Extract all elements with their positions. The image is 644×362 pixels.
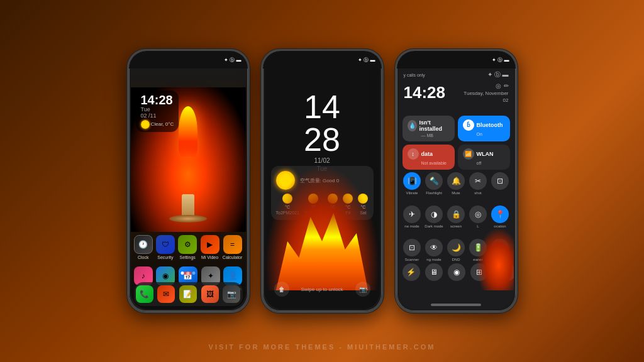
mivideo-icon[interactable]: ▶ <box>201 235 219 254</box>
dock-camera[interactable]: 📷 <box>223 285 240 303</box>
settings-icon[interactable]: ⚙ <box>178 235 197 254</box>
clock-icon[interactable]: 🕐 <box>134 235 153 254</box>
cc-edit-icon[interactable]: ✏ <box>504 82 509 89</box>
cc-tile-wlan[interactable]: 📶 WLAN off <box>458 145 510 170</box>
cc-date-line2: 02 <box>503 97 509 103</box>
volume-down-button[interactable] <box>127 120 128 142</box>
status-icons-3: ✦ ⓑ ▬ <box>492 57 509 63</box>
volume-up-button[interactable] <box>127 92 128 114</box>
quick-airplane[interactable]: ✈ ne mode <box>402 206 422 228</box>
location-icon[interactable]: 📍 <box>491 206 509 223</box>
quick-brightness[interactable]: ◎ L <box>469 206 488 228</box>
lockscreen-hour1: 14 <box>265 90 380 123</box>
tile-wlan-title: WLAN <box>477 151 494 157</box>
watermark-text: VISIT FOR MORE THEMES - MIUITHEMER.COM <box>209 343 436 351</box>
dock-gallery[interactable]: 🖼 <box>201 285 219 303</box>
quick-sc[interactable]: ⊡ <box>491 172 510 195</box>
mobile-data-icon: ↕ <box>408 148 419 160</box>
dnd-icon[interactable]: 🌙 <box>447 239 465 256</box>
vibrate-label: Vibrate <box>406 191 418 195</box>
bluetooth-icon: ɓ <box>463 119 474 131</box>
dock-phone[interactable]: 📞 <box>136 285 153 303</box>
power-button[interactable] <box>248 101 250 133</box>
dot-3 <box>192 272 196 275</box>
quick-cast[interactable]: ◉ <box>448 263 465 281</box>
cast-icon[interactable]: ◉ <box>448 263 465 281</box>
cc-tile-bluetooth[interactable]: ɓ Bluetooth On <box>458 116 510 141</box>
app-security[interactable]: 🛡 Security <box>156 235 175 260</box>
app-dock: 📞 ✉ 📝 🖼 📷 <box>134 282 243 306</box>
quick-mute[interactable]: 🔔 Mute <box>447 172 466 195</box>
mail-icon[interactable]: ✉ <box>157 285 175 303</box>
cc-tile-mobile-data[interactable]: ↕ data Not available <box>402 145 455 170</box>
vibrate-icon[interactable]: 📳 <box>403 172 421 190</box>
dock-note[interactable]: 📝 <box>179 285 197 303</box>
lockscreen-icon[interactable]: 🔒 <box>447 206 465 223</box>
vol-up-3[interactable] <box>395 92 396 114</box>
app-mivideo[interactable]: ▶ Mi Video <box>201 235 219 260</box>
quick-reading[interactable]: 👁 ng mode <box>425 239 444 261</box>
airplane-label: ne mode <box>404 224 419 228</box>
calls-only-text: y calls only <box>404 73 425 77</box>
lock-screen: 14 28 11/02 Tue 空气质量: Good 0 °C To2PM202… <box>265 69 380 309</box>
camera-icon[interactable]: 📷 <box>223 285 240 303</box>
gallery-icon[interactable]: 🖼 <box>201 285 219 303</box>
reading-icon[interactable]: 👁 <box>425 239 443 256</box>
airplane-icon[interactable]: ✈ <box>403 206 421 223</box>
mivideo-label: Mi Video <box>201 255 218 260</box>
wax-pool <box>169 215 207 222</box>
quick-darkmode[interactable]: ◑ Dark mode <box>425 206 444 228</box>
vol-down-2[interactable] <box>261 120 262 142</box>
cc-quick-row-1: 📳 Vibrate 🔦 Flashlight 🔔 Mute ✂ shot ⊡ <box>402 172 510 195</box>
app-clock[interactable]: 🕐 Clock <box>134 235 153 260</box>
vol-up-2[interactable] <box>261 92 262 114</box>
lockscreen-bottom: 🗑 Swipe up to unlock 📷 <box>265 282 380 297</box>
settings-label: Settings <box>180 255 196 260</box>
tile-header-3: 📶 WLAN <box>463 148 505 160</box>
quick-location[interactable]: 📍 ocation <box>491 206 510 228</box>
security-label: Security <box>157 255 173 260</box>
lockscreen-flame <box>265 165 380 290</box>
tile-data-icon: 💧 <box>408 120 417 131</box>
security-icon[interactable]: 🛡 <box>156 235 175 254</box>
quick-screenshot[interactable]: ✂ shot <box>469 172 488 195</box>
darkmode-icon[interactable]: ◑ <box>425 206 443 223</box>
quick-scanner[interactable]: ⊡ Scanner <box>402 239 422 261</box>
note-icon[interactable]: 📝 <box>179 285 197 303</box>
scanner-icon[interactable]: ⊡ <box>403 239 421 256</box>
power-button-3[interactable] <box>516 101 518 133</box>
app-calculator[interactable]: = Calculator <box>223 235 243 260</box>
quick-screen-rec[interactable]: 🖥 <box>425 263 443 281</box>
sc-icon[interactable]: ⊡ <box>491 172 509 190</box>
status-bar-2: ✦ ⓑ ▬ <box>263 54 382 65</box>
flashlight-icon[interactable]: 🔦 <box>425 172 443 190</box>
power-button-2[interactable] <box>382 101 384 133</box>
cc-status-bar: y calls only ✦ ⓑ ▬ <box>399 69 514 81</box>
reading-label: ng mode <box>426 258 441 261</box>
brightness-icon[interactable]: ◎ <box>469 206 487 223</box>
widget-weather: Clear, 0°C <box>141 120 174 129</box>
lockscreen-bg: 14 28 11/02 Tue 空气质量: Good 0 °C To2PM202… <box>265 69 380 309</box>
ls-camera-icon[interactable]: 📷 <box>355 282 370 297</box>
flame <box>179 106 197 156</box>
app-settings[interactable]: ⚙ Settings <box>178 235 197 260</box>
quick-lightning[interactable]: ⚡ <box>402 263 420 281</box>
screenshot-icon[interactable]: ✂ <box>469 172 487 190</box>
quick-flashlight[interactable]: 🔦 Flashlight <box>425 172 444 195</box>
quick-lockscreen[interactable]: 🔒 screen <box>447 206 466 228</box>
screen-rec-icon[interactable]: 🖥 <box>425 263 443 281</box>
quick-vibrate[interactable]: 📳 Vibrate <box>402 172 422 195</box>
ls-delete-icon[interactable]: 🗑 <box>274 282 289 297</box>
cc-camera-icon[interactable]: ◎ <box>496 82 501 89</box>
mute-icon[interactable]: 🔔 <box>447 172 465 190</box>
quick-dnd[interactable]: 🌙 DND <box>447 239 466 261</box>
app-row-1: 🕐 Clock 🛡 Security ⚙ Settings ▶ Mi Video… <box>134 235 243 260</box>
vol-down-3[interactable] <box>395 120 396 142</box>
calc-icon[interactable]: = <box>223 235 242 254</box>
phone-icon[interactable]: 📞 <box>136 285 153 303</box>
dock-mail[interactable]: ✉ <box>157 285 175 303</box>
lightning-icon[interactable]: ⚡ <box>402 263 420 281</box>
tile-header-0: 💧 Isn't installed <box>408 119 450 132</box>
home-screen: 14:28 Tue 02 /11 Clear, 0°C 🕐 Clock 🛡 Se… <box>131 69 246 309</box>
cc-tile-data[interactable]: 💧 Isn't installed — MB <box>402 116 455 141</box>
